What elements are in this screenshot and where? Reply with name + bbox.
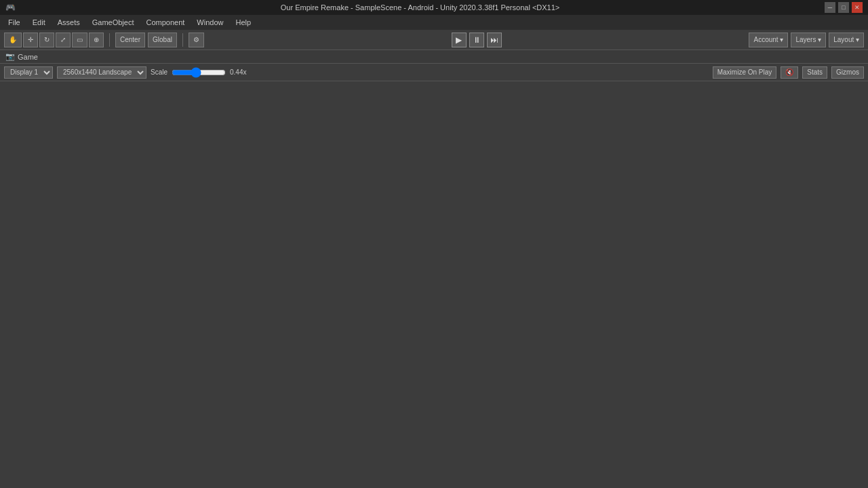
menu-file[interactable]: File (3, 17, 26, 28)
menu-gameobject[interactable]: GameObject (87, 17, 140, 28)
move-tool[interactable]: ✛ (23, 33, 38, 47)
rotate-tool[interactable]: ↻ (39, 33, 54, 47)
sep2 (182, 33, 183, 47)
pause-button[interactable]: ⏸ (469, 33, 484, 47)
play-button[interactable]: ▶ (452, 33, 467, 47)
sep1 (109, 33, 110, 47)
menu-assets[interactable]: Assets (52, 17, 85, 28)
global-button[interactable]: Global (148, 33, 177, 47)
gizmos-button[interactable]: Gizmos (831, 66, 864, 79)
scale-slider[interactable] (172, 68, 226, 77)
toolbar: ✋ ✛ ↻ ⤢ ▭ ⊕ Center Global ⚙ ▶ ⏸ ⏭ Accoun… (0, 30, 868, 50)
menu-window[interactable]: Window (191, 17, 229, 28)
maximize-button[interactable]: □ (838, 2, 849, 13)
mute-button[interactable]: 🔇 (781, 66, 798, 79)
minimize-button[interactable]: ─ (825, 2, 835, 13)
menu-help[interactable]: Help (230, 17, 256, 28)
layout-btn[interactable]: Layout ▾ (829, 33, 864, 47)
game-label[interactable]: Game (18, 53, 38, 61)
rect-tool[interactable]: ▭ (72, 33, 87, 47)
game-panel-header: 📷 Game (0, 50, 868, 64)
resolution-select[interactable]: 2560x1440 Landscape (57, 66, 146, 79)
menu-bar: File Edit Assets GameObject Component Wi… (0, 15, 868, 30)
menu-edit[interactable]: Edit (27, 17, 51, 28)
display-select[interactable]: Display 1 (4, 66, 53, 79)
scale-tool[interactable]: ⤢ (56, 33, 71, 47)
window-title: Our Empire Remake - SampleScene - Androi… (16, 3, 825, 12)
menu-component[interactable]: Component (140, 17, 190, 28)
game-toolbar: Display 1 2560x1440 Landscape Scale 0.44… (0, 64, 868, 81)
transform-tools: ✋ ✛ ↻ ⤢ ▭ ⊕ (4, 33, 104, 47)
stats-button[interactable]: Stats (802, 66, 827, 79)
scale-value: 0.44x (230, 68, 246, 76)
transform-tool[interactable]: ⊕ (89, 33, 104, 47)
close-button[interactable]: ✕ (852, 2, 863, 13)
layers-btn[interactable]: Layers ▾ (791, 33, 826, 47)
step-button[interactable]: ⏭ (487, 33, 502, 47)
center-button[interactable]: Center (115, 33, 145, 47)
hand-tool[interactable]: ✋ (4, 33, 22, 47)
extra-tool[interactable]: ⚙ (189, 33, 204, 47)
maximize-on-play-button[interactable]: Maximize On Play (713, 66, 777, 79)
game-camera-icon: 📷 (5, 52, 15, 61)
app-icon: 🎮 (5, 3, 16, 12)
title-bar: 🎮 Our Empire Remake - SampleScene - Andr… (0, 0, 868, 15)
account-btn[interactable]: Account ▾ (749, 33, 788, 47)
scale-label: Scale (151, 68, 167, 76)
